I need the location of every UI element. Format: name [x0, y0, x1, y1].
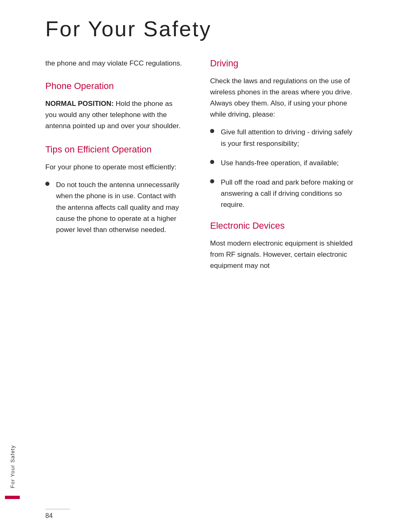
electronic-devices-title: Electronic Devices: [210, 220, 354, 232]
electronic-devices-section: Electronic Devices Most modern electroni…: [210, 220, 354, 271]
tips-bullet-list: Do not touch the antenna unnecessarily w…: [45, 179, 185, 235]
bullet-dot-icon: [45, 182, 49, 186]
driving-title: Driving: [210, 58, 354, 70]
electronic-devices-body: Most modern electronic equipment is shie…: [210, 238, 354, 272]
left-column: the phone and may violate FCC regulation…: [25, 58, 198, 507]
right-column: Driving Check the laws and regulations o…: [198, 58, 371, 507]
sidebar: For Your Safety: [0, 0, 25, 532]
driving-bullet-item-2: Use hands-free operation, if available;: [210, 157, 354, 169]
page-container: For Your Safety For Your Safety the phon…: [0, 0, 393, 532]
phone-operation-section: Phone Operation NORMAL POSITION: Hold th…: [45, 80, 185, 131]
driving-bullet-item-1: Give full attention to driving - driving…: [210, 127, 354, 149]
driving-bullet-text-1: Give full attention to driving - driving…: [221, 127, 354, 149]
phone-operation-title: Phone Operation: [45, 80, 185, 92]
tips-bullet-item: Do not touch the antenna unnecessarily w…: [45, 179, 185, 235]
driving-bullet-text-3: Pull off the road and park before making…: [221, 177, 354, 211]
tips-intro: For your phone to operate most efficient…: [45, 162, 185, 173]
driving-bullet-list: Give full attention to driving - driving…: [210, 127, 354, 210]
page-number: 84: [25, 512, 53, 520]
intro-text: the phone and may violate FCC regulation…: [45, 58, 185, 69]
sidebar-bar: [5, 496, 20, 499]
tips-section: Tips on Efficient Operation For your pho…: [45, 144, 185, 235]
phone-operation-body: NORMAL POSITION: Hold the phone as you w…: [45, 98, 185, 132]
driving-intro: Check the laws and regulations on the us…: [210, 75, 354, 120]
bullet-dot-icon-3: [210, 179, 214, 183]
driving-section: Driving Check the laws and regulations o…: [210, 58, 354, 210]
bullet-dot-icon-2: [210, 160, 214, 164]
driving-bullet-item-3: Pull off the road and park before making…: [210, 177, 354, 211]
driving-bullet-text-2: Use hands-free operation, if available;: [221, 157, 339, 169]
two-column-layout: the phone and may violate FCC regulation…: [25, 58, 393, 507]
tips-bullet-text: Do not touch the antenna unnecessarily w…: [56, 179, 185, 235]
bottom-divider: [45, 509, 70, 509]
tips-title: Tips on Efficient Operation: [45, 144, 185, 156]
normal-position-label: NORMAL POSITION:: [45, 100, 114, 108]
bullet-dot-icon-1: [210, 129, 214, 133]
main-content: For Your Safety the phone and may violat…: [25, 0, 393, 532]
page-title: For Your Safety: [25, 16, 393, 41]
sidebar-label: For Your Safety: [9, 445, 16, 488]
